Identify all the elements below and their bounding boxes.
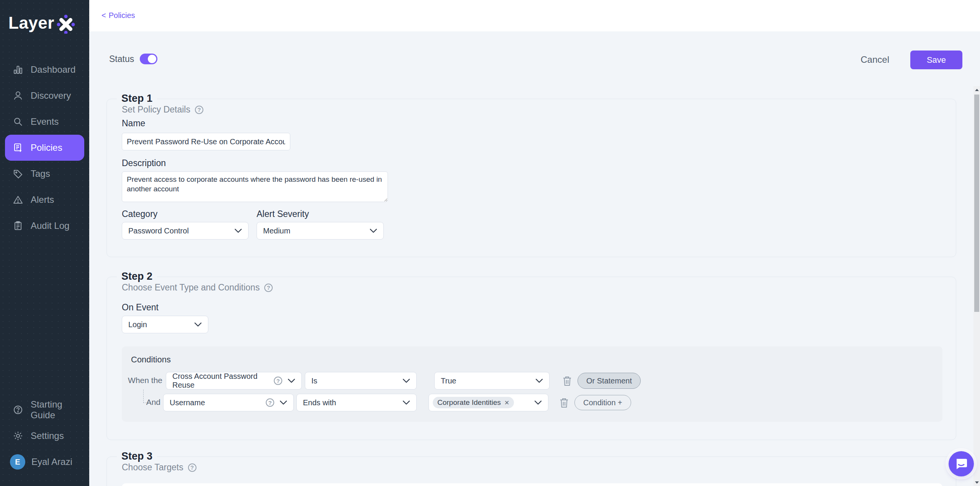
vertical-scrollbar[interactable] bbox=[973, 86, 980, 486]
step2-title: Step 2 bbox=[117, 271, 157, 282]
step1-subtitle: Set Policy Details bbox=[122, 104, 190, 115]
targets-panel bbox=[122, 483, 942, 486]
chat-icon bbox=[954, 457, 968, 471]
chevron-down-icon bbox=[370, 228, 377, 233]
sidebar-item-tags[interactable]: Tags bbox=[0, 161, 89, 187]
condition-value: True bbox=[441, 377, 456, 385]
chat-launcher-button[interactable] bbox=[949, 451, 974, 476]
question-circle-icon bbox=[12, 404, 24, 416]
scrollbar-down-arrow[interactable] bbox=[973, 478, 980, 486]
name-label: Name bbox=[122, 118, 145, 129]
help-icon[interactable] bbox=[274, 377, 282, 385]
step3-title: Step 3 bbox=[117, 450, 157, 462]
chevron-down-icon bbox=[194, 322, 202, 327]
step1-card: Step 1 Set Policy Details Name Descripti… bbox=[106, 99, 956, 257]
category-select[interactable]: Password Control bbox=[122, 222, 249, 240]
severity-value: Medium bbox=[263, 227, 290, 235]
value-tag-chip: Corporate Identities ✕ bbox=[433, 397, 514, 408]
user-name: Eyal Arazi bbox=[31, 457, 72, 467]
sidebar-item-label: Discovery bbox=[31, 90, 71, 101]
sidebar-item-starting-guide[interactable]: Starting Guide bbox=[0, 397, 89, 423]
conditions-panel: Conditions When the Cross Account Passwo… bbox=[122, 346, 942, 422]
condition-value-select[interactable]: True bbox=[434, 372, 550, 390]
person-icon bbox=[12, 90, 24, 101]
chevron-down-icon bbox=[234, 228, 242, 233]
condition-value-multiselect[interactable]: Corporate Identities ✕ bbox=[429, 394, 548, 411]
delete-condition-button[interactable] bbox=[561, 375, 573, 387]
step3-card: Step 3 Choose Targets bbox=[106, 457, 956, 486]
chevron-down-icon bbox=[280, 400, 287, 405]
layerx-logo: Layer bbox=[8, 12, 76, 34]
tag-label: Corporate Identities bbox=[437, 398, 501, 407]
sidebar-item-label: Starting Guide bbox=[31, 399, 89, 421]
header-bar: < Policies bbox=[89, 0, 980, 31]
alert-severity-label: Alert Severity bbox=[257, 209, 309, 219]
breadcrumb-policies-link[interactable]: < Policies bbox=[101, 11, 135, 20]
condition-field-value: Cross Account Password Reuse bbox=[172, 372, 274, 390]
gear-icon bbox=[12, 430, 24, 442]
status-toggle[interactable] bbox=[140, 54, 157, 64]
sidebar-nav: Dashboard Discovery Events bbox=[0, 57, 89, 239]
add-condition-button[interactable]: Condition + bbox=[574, 395, 631, 410]
toggle-knob bbox=[148, 55, 156, 63]
alert-severity-select[interactable]: Medium bbox=[257, 222, 384, 240]
breadcrumb-label: Policies bbox=[109, 11, 135, 20]
sidebar-item-discovery[interactable]: Discovery bbox=[0, 83, 89, 109]
chevron-down-icon bbox=[402, 378, 410, 383]
condition-row: And Username Ends with bbox=[122, 394, 942, 411]
condition-prefix: And bbox=[143, 398, 160, 407]
chevron-left-icon: < bbox=[101, 11, 106, 20]
cancel-button[interactable]: Cancel bbox=[861, 54, 889, 65]
help-icon[interactable] bbox=[188, 463, 196, 472]
policy-name-input[interactable] bbox=[122, 133, 290, 150]
condition-row: When the Cross Account Password Reuse Is bbox=[122, 372, 942, 390]
condition-field-value: Username bbox=[170, 398, 205, 407]
condition-field-select[interactable]: Cross Account Password Reuse bbox=[166, 372, 302, 390]
sidebar-item-label: Alerts bbox=[31, 194, 54, 205]
sidebar-item-events[interactable]: Events bbox=[0, 109, 89, 135]
or-statement-button[interactable]: Or Statement bbox=[578, 373, 641, 389]
condition-operator-value: Is bbox=[311, 377, 317, 385]
sidebar-item-label: Events bbox=[31, 116, 59, 127]
sidebar-item-audit-log[interactable]: Audit Log bbox=[0, 213, 89, 239]
user-menu[interactable]: E Eyal Arazi bbox=[0, 449, 89, 475]
condition-field-select[interactable]: Username bbox=[163, 394, 294, 411]
condition-operator-value: Ends with bbox=[303, 398, 336, 407]
remove-tag-icon[interactable]: ✕ bbox=[504, 399, 509, 406]
category-label: Category bbox=[122, 209, 157, 219]
tag-icon bbox=[12, 168, 24, 179]
on-event-label: On Event bbox=[122, 302, 159, 313]
logo-text: Layer bbox=[8, 13, 54, 33]
on-event-value: Login bbox=[128, 320, 147, 329]
help-icon[interactable] bbox=[264, 284, 273, 292]
sidebar-item-label: Dashboard bbox=[31, 64, 75, 75]
sidebar: Layer Dashboard bbox=[0, 0, 89, 486]
chevron-down-icon bbox=[534, 400, 542, 405]
condition-operator-select[interactable]: Ends with bbox=[296, 394, 417, 411]
delete-condition-button[interactable] bbox=[558, 397, 570, 409]
condition-prefix: When the bbox=[122, 376, 162, 385]
policy-description-textarea[interactable]: Prevent access to corporate accounts whe… bbox=[122, 171, 388, 202]
help-icon[interactable] bbox=[266, 398, 274, 407]
alert-triangle-icon bbox=[12, 194, 24, 205]
sidebar-item-settings[interactable]: Settings bbox=[0, 423, 89, 449]
save-button[interactable]: Save bbox=[910, 51, 962, 69]
step2-card: Step 2 Choose Event Type and Conditions … bbox=[106, 277, 956, 440]
description-label: Description bbox=[122, 158, 166, 168]
sidebar-item-policies[interactable]: Policies bbox=[5, 135, 84, 161]
sidebar-item-dashboard[interactable]: Dashboard bbox=[0, 57, 89, 83]
help-icon[interactable] bbox=[195, 106, 203, 114]
policy-doc-icon bbox=[12, 142, 24, 153]
condition-operator-select[interactable]: Is bbox=[305, 372, 417, 390]
clipboard-icon bbox=[12, 220, 24, 232]
chevron-down-icon bbox=[288, 378, 295, 383]
search-icon bbox=[12, 116, 24, 127]
chevron-down-icon bbox=[535, 378, 543, 383]
sidebar-item-label: Audit Log bbox=[31, 220, 69, 231]
sidebar-item-alerts[interactable]: Alerts bbox=[0, 187, 89, 213]
on-event-select[interactable]: Login bbox=[122, 316, 208, 333]
step1-title: Step 1 bbox=[117, 93, 157, 104]
conditions-title: Conditions bbox=[131, 355, 171, 365]
scrollbar-thumb[interactable] bbox=[974, 95, 979, 312]
scrollbar-up-arrow[interactable] bbox=[973, 86, 980, 94]
